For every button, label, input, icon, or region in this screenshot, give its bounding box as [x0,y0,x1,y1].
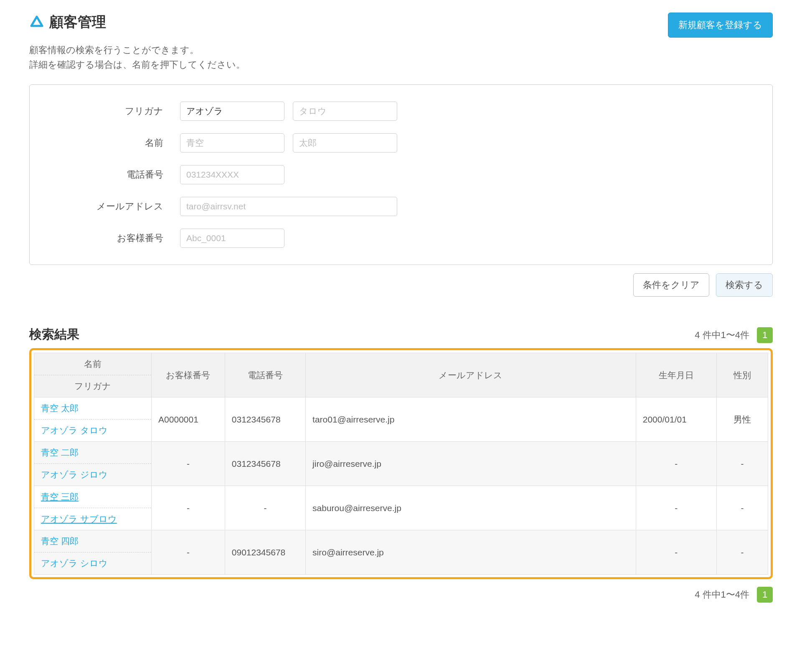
furigana-label: フリガナ [51,105,180,117]
customer-kana-link[interactable]: アオゾラ ジロウ [34,464,151,486]
email-input[interactable] [180,197,397,216]
cell-customer-no: - [152,442,225,486]
cell-phone: - [225,486,305,530]
cell-name: 青空 四郎アオゾラ シロウ [34,530,152,575]
name-last-input[interactable] [180,133,284,153]
customer-name-link[interactable]: 青空 三郎 [34,486,151,508]
cell-phone: 0312345678 [225,442,305,486]
search-panel: フリガナ 名前 電話番号 メールアドレス お客様番号 [29,84,773,265]
customer-kana-link[interactable]: アオゾラ サブロウ [34,508,151,530]
results-heading: 検索結果 [29,326,79,343]
cell-gender: 男性 [716,397,768,442]
pager-bottom: 4 件中1〜4件 1 [29,587,773,603]
cell-birthdate: 2000/01/01 [636,397,716,442]
cell-name: 青空 三郎アオゾラ サブロウ [34,486,152,530]
phone-label: 電話番号 [51,168,180,181]
page-description: 顧客情報の検索を行うことができます。 詳細を確認する場合は、名前を押下してくださ… [29,43,773,72]
cell-customer-no: - [152,486,225,530]
page-title: 顧客管理 [49,13,106,32]
triangle-icon [29,15,44,30]
search-button[interactable]: 検索する [716,273,773,297]
furigana-last-input[interactable] [180,102,284,121]
customer-no-input[interactable] [180,229,284,248]
table-row: 青空 二郎アオゾラ ジロウ-0312345678jiro@airreserve.… [34,442,768,486]
cell-birthdate: - [636,442,716,486]
col-name: 名前 フリガナ [34,353,152,397]
cell-customer-no: - [152,530,225,575]
name-label: 名前 [51,137,180,149]
table-row: 青空 太郎アオゾラ タロウA00000010312345678taro01@ai… [34,397,768,442]
results-table-highlight: 名前 フリガナ お客様番号 電話番号 メールアドレス 生年月日 性別 青空 太郎… [29,348,773,579]
col-email: メールアドレス [306,353,636,397]
customer-name-link[interactable]: 青空 太郎 [34,397,151,420]
clear-button[interactable]: 条件をクリア [633,273,709,297]
customer-name-link[interactable]: 青空 二郎 [34,442,151,464]
cell-birthdate: - [636,530,716,575]
cell-gender: - [716,442,768,486]
cell-customer-no: A0000001 [152,397,225,442]
pager-top: 4 件中1〜4件 1 [695,327,773,343]
col-gender: 性別 [716,353,768,397]
name-first-input[interactable] [293,133,397,153]
customer-kana-link[interactable]: アオゾラ タロウ [34,420,151,441]
furigana-first-input[interactable] [293,102,397,121]
cell-name: 青空 二郎アオゾラ ジロウ [34,442,152,486]
cell-birthdate: - [636,486,716,530]
results-count: 4 件中1〜4件 [695,329,749,341]
page-number[interactable]: 1 [757,327,773,343]
email-label: メールアドレス [51,200,180,213]
customer-name-link[interactable]: 青空 四郎 [34,530,151,552]
col-phone: 電話番号 [225,353,305,397]
customer-no-label: お客様番号 [51,232,180,244]
cell-phone: 09012345678 [225,530,305,575]
results-count-bottom: 4 件中1〜4件 [695,588,749,601]
register-customer-button[interactable]: 新規顧客を登録する [668,13,773,38]
page-number-bottom[interactable]: 1 [757,587,773,603]
results-table: 名前 フリガナ お客様番号 電話番号 メールアドレス 生年月日 性別 青空 太郎… [34,353,768,575]
customer-kana-link[interactable]: アオゾラ シロウ [34,552,151,574]
col-customer-no: お客様番号 [152,353,225,397]
cell-gender: - [716,486,768,530]
table-row: 青空 三郎アオゾラ サブロウ--saburou@airreserve.jp-- [34,486,768,530]
table-row: 青空 四郎アオゾラ シロウ-09012345678siro@airreserve… [34,530,768,575]
cell-email: saburou@airreserve.jp [306,486,636,530]
cell-name: 青空 太郎アオゾラ タロウ [34,397,152,442]
cell-email: taro01@airreserve.jp [306,397,636,442]
col-birthdate: 生年月日 [636,353,716,397]
cell-phone: 0312345678 [225,397,305,442]
phone-input[interactable] [180,165,284,184]
cell-email: jiro@airreserve.jp [306,442,636,486]
cell-email: siro@airreserve.jp [306,530,636,575]
cell-gender: - [716,530,768,575]
